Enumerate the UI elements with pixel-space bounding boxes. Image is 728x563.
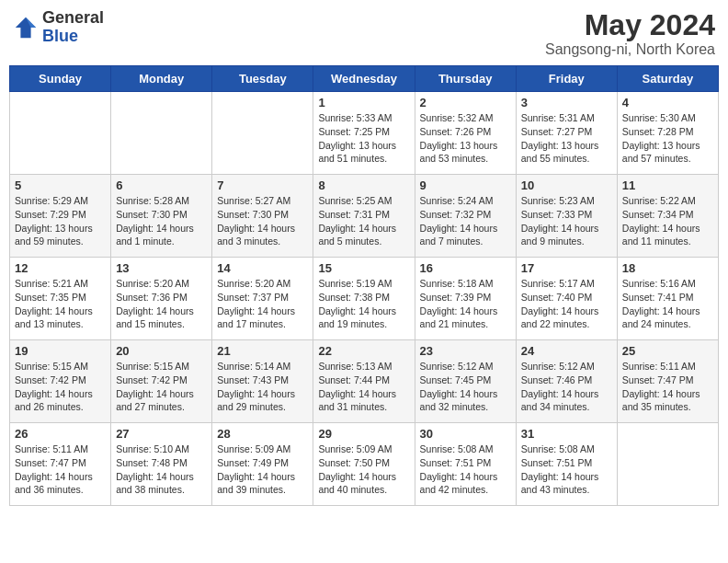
day-header-thursday: Thursday [415, 66, 516, 92]
day-number: 5 [15, 178, 106, 192]
calendar-cell [111, 92, 212, 175]
day-info: Sunrise: 5:29 AMSunset: 7:29 PMDaylight:… [15, 194, 106, 248]
day-info: Sunrise: 5:25 AMSunset: 7:31 PMDaylight:… [318, 194, 409, 248]
day-number: 17 [521, 261, 612, 275]
logo-text: General Blue [42, 9, 104, 46]
day-number: 25 [622, 344, 713, 358]
page-header: General Blue May 2024 Sangsong-ni, North… [9, 9, 719, 58]
day-number: 11 [622, 178, 713, 192]
month-year: May 2024 [545, 9, 715, 41]
day-number: 2 [420, 96, 511, 109]
day-info: Sunrise: 5:20 AMSunset: 7:36 PMDaylight:… [116, 277, 207, 331]
day-number: 22 [318, 344, 409, 358]
day-number: 10 [521, 178, 612, 192]
calendar-cell: 23Sunrise: 5:12 AMSunset: 7:45 PMDayligh… [415, 340, 516, 423]
calendar-cell: 28Sunrise: 5:09 AMSunset: 7:49 PMDayligh… [212, 423, 313, 506]
day-info: Sunrise: 5:09 AMSunset: 7:50 PMDaylight:… [318, 442, 409, 497]
day-info: Sunrise: 5:33 AMSunset: 7:25 PMDaylight:… [318, 111, 409, 166]
day-number: 4 [622, 96, 713, 109]
day-number: 15 [318, 261, 409, 275]
calendar-cell: 13Sunrise: 5:20 AMSunset: 7:36 PMDayligh… [111, 258, 212, 340]
day-info: Sunrise: 5:20 AMSunset: 7:37 PMDaylight:… [217, 277, 308, 331]
calendar-header-row: SundayMondayTuesdayWednesdayThursdayFrid… [10, 66, 719, 92]
day-number: 19 [15, 344, 106, 358]
day-info: Sunrise: 5:28 AMSunset: 7:30 PMDaylight:… [116, 194, 207, 248]
title-block: May 2024 Sangsong-ni, North Korea [545, 9, 715, 58]
day-header-wednesday: Wednesday [313, 66, 415, 92]
day-info: Sunrise: 5:17 AMSunset: 7:40 PMDaylight:… [521, 277, 612, 331]
calendar-cell: 22Sunrise: 5:13 AMSunset: 7:44 PMDayligh… [313, 340, 415, 423]
logo-blue: Blue [42, 28, 104, 46]
calendar-cell: 19Sunrise: 5:15 AMSunset: 7:42 PMDayligh… [10, 340, 111, 423]
day-number: 13 [116, 261, 207, 275]
day-info: Sunrise: 5:31 AMSunset: 7:27 PMDaylight:… [521, 111, 612, 166]
day-number: 21 [217, 344, 308, 358]
day-info: Sunrise: 5:12 AMSunset: 7:46 PMDaylight:… [521, 360, 612, 414]
day-info: Sunrise: 5:08 AMSunset: 7:51 PMDaylight:… [521, 442, 612, 497]
calendar-cell: 10Sunrise: 5:23 AMSunset: 7:33 PMDayligh… [516, 175, 617, 258]
calendar-cell: 24Sunrise: 5:12 AMSunset: 7:46 PMDayligh… [516, 340, 617, 423]
day-info: Sunrise: 5:14 AMSunset: 7:43 PMDaylight:… [217, 360, 308, 414]
calendar-cell: 12Sunrise: 5:21 AMSunset: 7:35 PMDayligh… [10, 258, 111, 340]
calendar-cell: 4Sunrise: 5:30 AMSunset: 7:28 PMDaylight… [617, 92, 718, 175]
day-info: Sunrise: 5:30 AMSunset: 7:28 PMDaylight:… [622, 111, 713, 166]
calendar-cell [212, 92, 313, 175]
logo-icon [13, 15, 39, 40]
day-info: Sunrise: 5:22 AMSunset: 7:34 PMDaylight:… [622, 194, 713, 248]
logo-general: General [42, 9, 104, 28]
calendar-cell: 14Sunrise: 5:20 AMSunset: 7:37 PMDayligh… [212, 258, 313, 340]
calendar-cell [617, 423, 718, 506]
calendar-cell: 25Sunrise: 5:11 AMSunset: 7:47 PMDayligh… [617, 340, 718, 423]
calendar-cell: 9Sunrise: 5:24 AMSunset: 7:32 PMDaylight… [415, 175, 516, 258]
day-info: Sunrise: 5:11 AMSunset: 7:47 PMDaylight:… [15, 442, 106, 497]
day-number: 18 [622, 261, 713, 275]
day-info: Sunrise: 5:24 AMSunset: 7:32 PMDaylight:… [420, 194, 511, 248]
day-info: Sunrise: 5:09 AMSunset: 7:49 PMDaylight:… [217, 442, 308, 497]
day-number: 1 [318, 96, 409, 109]
day-number: 23 [420, 344, 511, 358]
day-info: Sunrise: 5:19 AMSunset: 7:38 PMDaylight:… [318, 277, 409, 331]
calendar-cell: 3Sunrise: 5:31 AMSunset: 7:27 PMDaylight… [516, 92, 617, 175]
day-info: Sunrise: 5:27 AMSunset: 7:30 PMDaylight:… [217, 194, 308, 248]
day-number: 6 [116, 178, 207, 192]
day-number: 12 [15, 261, 106, 275]
day-info: Sunrise: 5:15 AMSunset: 7:42 PMDaylight:… [116, 360, 207, 414]
calendar-cell: 18Sunrise: 5:16 AMSunset: 7:41 PMDayligh… [617, 258, 718, 340]
week-row-3: 19Sunrise: 5:15 AMSunset: 7:42 PMDayligh… [10, 340, 719, 423]
calendar-cell [10, 92, 111, 175]
week-row-0: 1Sunrise: 5:33 AMSunset: 7:25 PMDaylight… [10, 92, 719, 175]
day-number: 29 [318, 427, 409, 441]
day-number: 28 [217, 427, 308, 441]
day-number: 7 [217, 178, 308, 192]
calendar-cell: 6Sunrise: 5:28 AMSunset: 7:30 PMDaylight… [111, 175, 212, 258]
calendar-cell: 27Sunrise: 5:10 AMSunset: 7:48 PMDayligh… [111, 423, 212, 506]
calendar-table: SundayMondayTuesdayWednesdayThursdayFrid… [9, 65, 719, 506]
calendar-cell: 21Sunrise: 5:14 AMSunset: 7:43 PMDayligh… [212, 340, 313, 423]
day-number: 14 [217, 261, 308, 275]
day-header-saturday: Saturday [617, 66, 718, 92]
week-row-4: 26Sunrise: 5:11 AMSunset: 7:47 PMDayligh… [10, 423, 719, 506]
calendar-cell: 26Sunrise: 5:11 AMSunset: 7:47 PMDayligh… [10, 423, 111, 506]
day-number: 30 [420, 427, 511, 441]
day-number: 26 [15, 427, 106, 441]
day-header-sunday: Sunday [10, 66, 111, 92]
calendar-cell: 8Sunrise: 5:25 AMSunset: 7:31 PMDaylight… [313, 175, 415, 258]
day-info: Sunrise: 5:23 AMSunset: 7:33 PMDaylight:… [521, 194, 612, 248]
day-number: 31 [521, 427, 612, 441]
day-header-tuesday: Tuesday [212, 66, 313, 92]
calendar-cell: 16Sunrise: 5:18 AMSunset: 7:39 PMDayligh… [415, 258, 516, 340]
day-number: 27 [116, 427, 207, 441]
day-number: 24 [521, 344, 612, 358]
calendar-cell: 20Sunrise: 5:15 AMSunset: 7:42 PMDayligh… [111, 340, 212, 423]
day-info: Sunrise: 5:32 AMSunset: 7:26 PMDaylight:… [420, 111, 511, 166]
day-number: 20 [116, 344, 207, 358]
calendar-cell: 1Sunrise: 5:33 AMSunset: 7:25 PMDaylight… [313, 92, 415, 175]
calendar-cell: 17Sunrise: 5:17 AMSunset: 7:40 PMDayligh… [516, 258, 617, 340]
week-row-1: 5Sunrise: 5:29 AMSunset: 7:29 PMDaylight… [10, 175, 719, 258]
day-info: Sunrise: 5:11 AMSunset: 7:47 PMDaylight:… [622, 360, 713, 414]
calendar-cell: 11Sunrise: 5:22 AMSunset: 7:34 PMDayligh… [617, 175, 718, 258]
calendar-cell: 15Sunrise: 5:19 AMSunset: 7:38 PMDayligh… [313, 258, 415, 340]
day-info: Sunrise: 5:08 AMSunset: 7:51 PMDaylight:… [420, 442, 511, 497]
day-number: 3 [521, 96, 612, 109]
calendar-cell: 2Sunrise: 5:32 AMSunset: 7:26 PMDaylight… [415, 92, 516, 175]
